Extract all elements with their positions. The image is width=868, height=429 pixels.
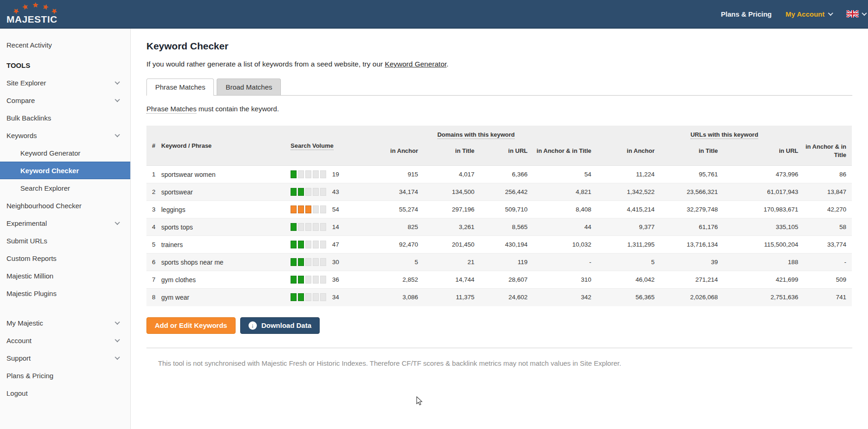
navbar-right: Plans & Pricing My Account <box>721 10 864 18</box>
sidebar-item-my-majestic[interactable]: My Majestic <box>0 314 130 332</box>
urls-group-label[interactable]: URLs with this keyword <box>691 131 759 139</box>
sidebar-item-plans-pricing[interactable]: Plans & Pricing <box>0 367 130 384</box>
metric-cell: 86 <box>804 166 852 183</box>
search-volume-value: 34 <box>332 294 339 301</box>
keyword-generator-link[interactable]: Keyword Generator <box>385 60 447 68</box>
metric-cell: 473,996 <box>723 166 804 183</box>
sidebar-item-submit-urls[interactable]: Submit URLs <box>0 232 130 249</box>
col-urls-in-anchor: in Anchor <box>597 140 660 166</box>
metric-cell: 2,751,636 <box>723 289 804 306</box>
tab-broad-matches[interactable]: Broad Matches <box>217 79 281 95</box>
sidebar-item-site-explorer[interactable]: Site Explorer <box>0 74 130 91</box>
sidebar-item-label: Bulk Backlinks <box>6 114 51 122</box>
volume-segment <box>298 223 304 231</box>
sidebar-item-label: Majestic Million <box>6 272 54 280</box>
search-volume-bar <box>291 188 328 196</box>
sidebar-item-label: Support <box>6 354 31 362</box>
search-volume-header[interactable]: Search Volume <box>291 142 334 150</box>
metric-cell: 95,761 <box>660 166 723 183</box>
table-row: 1sportswear women199154,0176,3665411,224… <box>146 166 852 183</box>
volume-segment <box>320 205 326 213</box>
sidebar-item-majestic-million[interactable]: Majestic Million <box>0 267 130 284</box>
col-domains-in-anchor: in Anchor <box>355 140 424 166</box>
search-volume-bar <box>291 205 328 213</box>
search-volume-cell: 19 <box>272 166 355 183</box>
sidebar-item-keyword-checker[interactable]: Keyword Checker <box>0 162 130 179</box>
language-selector[interactable] <box>846 10 866 18</box>
sidebar-item-label: Custom Reports <box>6 254 56 262</box>
my-account-menu[interactable]: My Account <box>786 10 832 18</box>
metric-cell: 3,261 <box>424 218 480 236</box>
volume-segment <box>313 241 319 248</box>
volume-segment <box>298 293 304 301</box>
chevron-down-icon <box>862 11 867 16</box>
metric-cell: 21 <box>424 254 480 271</box>
row-number-cell: 1 <box>146 166 161 183</box>
search-volume-value: 30 <box>332 259 339 266</box>
metric-cell: 4,017 <box>424 166 480 183</box>
plans-pricing-link[interactable]: Plans & Pricing <box>721 10 772 18</box>
sidebar-item-support[interactable]: Support <box>0 349 130 367</box>
sidebar-item-search-explorer[interactable]: Search Explorer <box>0 179 130 197</box>
search-volume-value: 36 <box>332 276 339 283</box>
volume-segment <box>313 170 319 178</box>
add-or-edit-keywords-button[interactable]: Add or Edit Keywords <box>146 317 236 334</box>
chevron-down-icon <box>115 97 120 102</box>
footer-disclaimer: This tool is not synchronised with Majes… <box>146 359 852 367</box>
sidebar-item-account[interactable]: Account <box>0 332 130 349</box>
metric-cell: 825 <box>355 218 424 236</box>
metric-cell: 61,017,943 <box>723 183 804 201</box>
download-data-label: Download Data <box>261 321 311 329</box>
sidebar-item-bulk-backlinks[interactable]: Bulk Backlinks <box>0 109 130 127</box>
metric-cell: 1,311,295 <box>597 236 660 254</box>
sidebar-item-label: Recent Activity <box>6 41 52 49</box>
col-rank: # <box>146 126 161 166</box>
table-row: 8gym wear343,08611,37524,60234256,3652,0… <box>146 289 852 306</box>
volume-segment <box>298 258 304 266</box>
sidebar-item-neighbourhood-checker[interactable]: Neighbourhood Checker <box>0 197 130 214</box>
volume-segment <box>291 170 297 178</box>
download-data-button[interactable]: ↓ Download Data <box>240 317 320 334</box>
col-keyword-phrase: Keyword / Phrase <box>161 126 272 166</box>
metric-cell: 55,274 <box>355 201 424 218</box>
volume-segment <box>313 293 319 301</box>
majestic-logo[interactable]: ★ ★ ★ ★ ★ MAJESTIC <box>6 0 99 28</box>
metric-cell: 9,377 <box>597 218 660 236</box>
intro-suffix: . <box>447 60 449 68</box>
sidebar-item-label: Plans & Pricing <box>6 372 54 380</box>
domains-group-label[interactable]: Domains with this keyword <box>437 131 515 139</box>
group-header-urls: URLs with this keyword <box>597 126 852 140</box>
tab-phrase-matches[interactable]: Phrase Matches <box>146 79 214 96</box>
volume-segment <box>320 258 326 266</box>
volume-segment <box>305 170 311 178</box>
metric-cell: 115,500,204 <box>723 236 804 254</box>
metric-cell: 11,224 <box>597 166 660 183</box>
keyword-cell: leggings <box>161 201 272 218</box>
phrase-matches-term[interactable]: Phrase Matches <box>146 105 196 114</box>
volume-segment <box>313 276 319 284</box>
star-icon: ★ <box>21 2 30 12</box>
sidebar-item-logout[interactable]: Logout <box>0 384 130 402</box>
metric-cell: 335,105 <box>723 218 804 236</box>
sidebar-item-keywords[interactable]: Keywords <box>0 127 130 144</box>
sidebar-item-custom-reports[interactable]: Custom Reports <box>0 249 130 267</box>
sidebar-item-keyword-generator[interactable]: Keyword Generator <box>0 144 130 162</box>
metric-cell: 61,176 <box>660 218 723 236</box>
volume-segment <box>313 188 319 196</box>
col-search-volume: Search Volume <box>272 126 355 166</box>
metric-cell: 14,744 <box>424 271 480 289</box>
sidebar-item-compare[interactable]: Compare <box>0 91 130 109</box>
sidebar-item-recent-activity[interactable]: Recent Activity <box>0 36 130 54</box>
row-number-cell: 3 <box>146 201 161 218</box>
chevron-down-icon <box>115 337 120 342</box>
keyword-cell: gym wear <box>161 289 272 306</box>
top-navbar: ★ ★ ★ ★ ★ MAJESTIC Plans & Pricing My Ac… <box>0 0 868 29</box>
sidebar-item-experimental[interactable]: Experimental <box>0 214 130 232</box>
volume-segment <box>305 241 311 248</box>
sidebar-item-majestic-plugins[interactable]: Majestic Plugins <box>0 284 130 302</box>
metric-cell: - <box>533 254 597 271</box>
search-volume-bar <box>291 293 328 301</box>
table-row: 5trainers4792,470201,450430,19410,0321,3… <box>146 236 852 254</box>
metric-cell: - <box>804 254 852 271</box>
download-icon: ↓ <box>249 321 257 330</box>
